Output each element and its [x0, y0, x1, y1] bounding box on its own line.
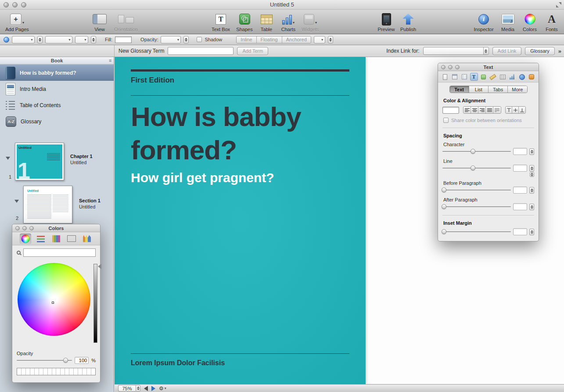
style-combo[interactable]: ▼ [12, 36, 35, 43]
back-button[interactable] [144, 386, 148, 391]
tab-tabs[interactable]: Tabs [489, 86, 508, 93]
cover-page[interactable]: First Edition How is babby formed? How g… [115, 57, 366, 384]
slider-knob[interactable] [471, 149, 475, 154]
brightness-slider-knob[interactable] [95, 264, 101, 269]
wrap-extra-stepper[interactable] [328, 36, 333, 43]
color-wheel-marker[interactable] [52, 302, 54, 304]
table-inspector-button[interactable] [499, 73, 507, 81]
sidebar-item-intro-media[interactable]: Intro Media [0, 81, 114, 97]
panel-minimize-button[interactable] [448, 65, 453, 69]
shapes-button[interactable]: Shapes [235, 12, 254, 32]
inspector-orb-icon[interactable] [4, 37, 9, 43]
publish-button[interactable]: Publish [399, 12, 418, 32]
image-palettes-mode-button[interactable] [66, 234, 77, 244]
crayons-mode-button[interactable] [81, 234, 93, 244]
before-paragraph-slider[interactable] [442, 187, 511, 193]
table-button[interactable]: Table [257, 12, 276, 32]
chapter-row[interactable]: Untitled 1 Chapter 1 Untitled 1 [0, 143, 114, 187]
wrap-extra-combo[interactable]: ▼ [314, 36, 325, 43]
inset-margin-field[interactable] [513, 228, 527, 235]
sidebar-item-table-of-contents[interactable]: Table of Contents [0, 97, 114, 113]
metrics-inspector-button[interactable] [489, 73, 497, 81]
cover-footer[interactable]: Lorem Ipsum Dolor Facilisis [131, 359, 225, 367]
tab-list[interactable]: List [469, 86, 489, 93]
align-top-button[interactable] [506, 107, 512, 113]
inset-margin-stepper[interactable] [529, 229, 534, 235]
character-spacing-slider[interactable] [442, 148, 511, 155]
floating-button[interactable]: Floating [257, 36, 282, 43]
charts-button[interactable]: ▾ Charts [279, 12, 298, 32]
color-wheel[interactable] [18, 263, 90, 336]
opacity-value-field[interactable]: 100 [75, 357, 89, 364]
after-paragraph-stepper[interactable] [529, 204, 534, 210]
forward-button[interactable] [151, 386, 155, 391]
line-mode-stepper[interactable] [530, 172, 534, 177]
color-swatch-row[interactable] [17, 368, 96, 375]
before-paragraph-field[interactable] [513, 187, 527, 194]
opacity-slider[interactable] [17, 357, 72, 363]
zoom-control[interactable]: 75% [118, 385, 140, 392]
size-combo[interactable]: ▼ [75, 36, 88, 43]
slider-knob[interactable] [442, 187, 446, 192]
before-paragraph-stepper[interactable] [529, 187, 534, 194]
color-search-input[interactable] [23, 248, 96, 257]
line-spacing-field[interactable] [513, 165, 527, 172]
inspector-button[interactable]: Inspector [472, 12, 496, 32]
zoom-stepper[interactable] [136, 385, 140, 392]
text-inspector-button[interactable] [470, 73, 478, 81]
sidebar-menu-icon[interactable]: = [109, 58, 111, 63]
text-box-button[interactable]: Text Box [209, 12, 232, 32]
wrap-inspector-button[interactable] [460, 73, 468, 81]
overflow-chevron-icon[interactable]: » [558, 48, 561, 54]
minimize-window-button[interactable] [12, 2, 18, 7]
fonts-button[interactable]: A Fonts [542, 12, 561, 32]
panel-minimize-button[interactable] [22, 226, 27, 230]
cover-subtitle[interactable]: How girl get pragnent? [131, 170, 274, 185]
slider-knob[interactable] [471, 165, 475, 170]
section-thumbnail[interactable]: Untitled [23, 186, 72, 223]
slider-knob[interactable] [442, 204, 446, 209]
font-combo[interactable]: ▼ [45, 36, 72, 43]
inset-margin-slider[interactable] [442, 229, 511, 235]
preview-button[interactable]: Preview [377, 12, 396, 32]
link-inspector-button[interactable] [518, 73, 526, 81]
style-stepper[interactable] [37, 36, 43, 43]
align-left-button[interactable] [463, 107, 471, 113]
align-right-button[interactable] [478, 107, 486, 113]
opacity-stepper[interactable] [183, 36, 189, 43]
glossary-button[interactable]: Glossary [525, 47, 554, 55]
close-window-button[interactable] [4, 2, 9, 7]
color-wheel-mode-button[interactable] [20, 234, 31, 244]
tab-text[interactable]: Text [450, 86, 469, 93]
size-stepper[interactable] [91, 36, 96, 43]
slider-knob[interactable] [442, 229, 446, 234]
shadow-checkbox[interactable] [197, 37, 202, 42]
fullscreen-icon[interactable] [556, 2, 561, 7]
chart-inspector-button[interactable] [508, 73, 516, 81]
widget-inspector-button[interactable] [528, 73, 535, 81]
add-pages-button[interactable]: ▾ Add Pages [5, 12, 29, 32]
text-color-well[interactable] [442, 107, 459, 114]
line-spacing-slider[interactable] [442, 165, 511, 171]
brightness-slider[interactable] [93, 264, 97, 343]
color-sliders-mode-button[interactable] [35, 234, 47, 244]
add-link-button[interactable]: Add Link [492, 47, 522, 55]
media-button[interactable]: Media [498, 12, 517, 32]
gear-menu-button[interactable]: ⚙ [159, 385, 166, 392]
colors-panel[interactable]: Colors Opacity 100 % [12, 224, 101, 383]
panel-close-button[interactable] [15, 226, 20, 230]
anchored-button[interactable]: Anchored [282, 36, 311, 43]
section-row[interactable]: Untitled Section 1 Untitled 2 [0, 186, 114, 230]
zoom-value[interactable]: 75% [118, 385, 136, 392]
add-term-button[interactable]: Add Term [237, 47, 268, 55]
new-glossary-term-input[interactable] [168, 47, 234, 55]
after-paragraph-field[interactable] [513, 203, 527, 210]
disclosure-triangle-icon[interactable] [14, 200, 19, 205]
align-natural-button[interactable] [493, 107, 501, 113]
orientation-button[interactable]: Orientation [112, 12, 140, 32]
cover-edition[interactable]: First Edition [131, 76, 174, 85]
view-button[interactable]: View [90, 12, 109, 32]
after-paragraph-slider[interactable] [442, 204, 511, 210]
tab-more[interactable]: More [508, 86, 527, 93]
opacity-combo[interactable]: ▼ [161, 36, 181, 43]
